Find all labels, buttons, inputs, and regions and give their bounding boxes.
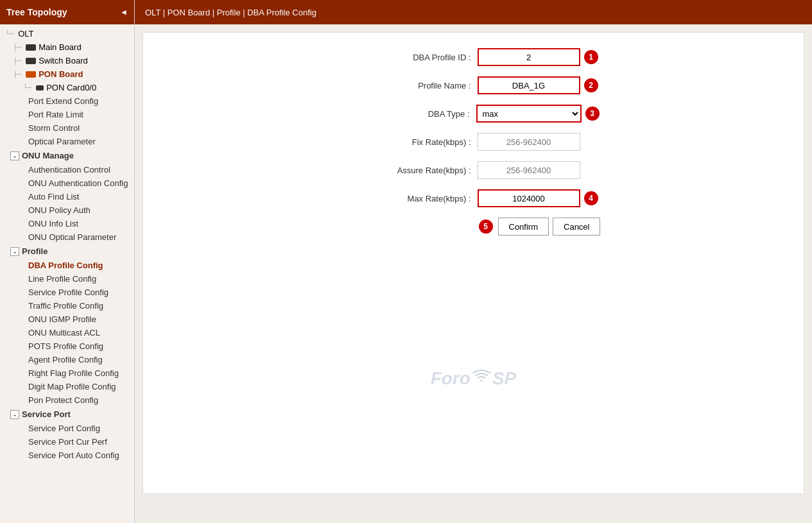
pon-card-label: PON Card0/0 <box>46 83 96 92</box>
onu-policy-label: ONU Policy Auth <box>28 205 91 215</box>
sidebar-section-onu-manage[interactable]: - ONU Manage <box>0 148 134 163</box>
sidebar: Tree Topology ◄ └─ OLT ├─ Main Board ├─ … <box>0 0 135 523</box>
pon-card-icon <box>36 85 44 90</box>
breadcrumb-text: OLT | PON Board | Profile | DBA Profile … <box>145 8 316 17</box>
connector-olt: └─ <box>5 30 14 37</box>
sidebar-item-onu-multicast[interactable]: ONU Multicast ACL <box>0 326 134 339</box>
sidebar-section-service-port[interactable]: - Service Port <box>0 407 134 422</box>
sidebar-item-auth-control[interactable]: Authentication Control <box>0 163 134 176</box>
digit-map-label: Digit Map Profile Config <box>28 382 116 391</box>
sidebar-item-onu-policy[interactable]: ONU Policy Auth <box>0 203 134 217</box>
sidebar-item-pon-protect[interactable]: Pon Protect Config <box>0 393 134 407</box>
dba-profile-label: DBA Profile Config <box>28 261 103 270</box>
service-port-config-label: Service Port Config <box>28 424 100 433</box>
profile-name-label: Profile Name : <box>349 81 478 90</box>
watermark-left: Foro <box>431 368 471 389</box>
sidebar-item-pon-board[interactable]: ├─ PON Board <box>0 67 134 81</box>
form-row-dba-id: DBA Profile ID : 1 <box>159 48 788 66</box>
service-port-toggle[interactable]: - <box>10 410 19 419</box>
sidebar-item-port-extend[interactable]: Port Extend Config <box>0 94 134 108</box>
dba-type-label: DBA Type : <box>348 109 476 119</box>
form-row-assure-rate: Assure Rate(kbps) : <box>159 161 788 179</box>
sidebar-item-traffic-profile[interactable]: Traffic Profile Config <box>0 299 134 313</box>
badge-2: 2 <box>584 78 598 92</box>
sidebar-item-service-port-config[interactable]: Service Port Config <box>0 422 134 435</box>
onu-info-label: ONU Info List <box>28 219 78 228</box>
dba-type-select[interactable]: max fix assure fix+assure fix+max assure… <box>476 105 582 123</box>
badge-1: 1 <box>584 50 598 64</box>
sidebar-item-olt[interactable]: └─ OLT <box>0 27 134 40</box>
sidebar-item-service-port-cur[interactable]: Service Port Cur Perf <box>0 435 134 449</box>
content-area: OLT | PON Board | Profile | DBA Profile … <box>135 0 812 523</box>
sidebar-item-digit-map[interactable]: Digit Map Profile Config <box>0 380 134 393</box>
badge-4: 4 <box>584 191 598 205</box>
sidebar-content: └─ OLT ├─ Main Board ├─ Switch Board ├─ … <box>0 24 134 523</box>
main-board-label: Main Board <box>39 42 81 52</box>
switch-board-label: Switch Board <box>39 56 88 65</box>
connector-switch: ├─ <box>13 57 22 64</box>
sidebar-item-pon-card[interactable]: └─ PON Card0/0 <box>0 81 134 94</box>
fix-rate-input[interactable] <box>478 133 580 151</box>
sidebar-item-main-board[interactable]: ├─ Main Board <box>0 40 134 54</box>
sidebar-title-label: Tree Topology <box>6 7 67 17</box>
sidebar-item-optical-param[interactable]: Optical Parameter <box>0 135 134 148</box>
right-flag-label: Right Flag Profile Config <box>28 368 119 378</box>
sidebar-item-dba-profile[interactable]: DBA Profile Config <box>0 259 134 272</box>
sidebar-item-onu-info[interactable]: ONU Info List <box>0 217 134 230</box>
sidebar-item-onu-optical[interactable]: ONU Optical Parameter <box>0 230 134 244</box>
onu-manage-toggle[interactable]: - <box>10 151 19 160</box>
connector-main: ├─ <box>13 44 22 51</box>
sidebar-collapse-arrow[interactable]: ◄ <box>120 8 128 17</box>
olt-label: OLT <box>18 29 33 39</box>
line-profile-label: Line Profile Config <box>28 274 96 284</box>
main-content: DBA Profile ID : 1 Profile Name : 2 DBA … <box>135 24 812 523</box>
sidebar-item-agent-profile[interactable]: Agent Profile Config <box>0 353 134 366</box>
sidebar-item-port-rate[interactable]: Port Rate Limit <box>0 108 134 121</box>
fix-rate-label: Fix Rate(kbps) : <box>349 137 478 147</box>
form-row-max-rate: Max Rate(kbps) : 4 <box>159 189 788 207</box>
cancel-button[interactable]: Cancel <box>553 218 600 236</box>
sidebar-item-onu-igmp[interactable]: ONU IGMP Profile <box>0 313 134 326</box>
profile-label: Profile <box>22 246 48 256</box>
breadcrumb: OLT | PON Board | Profile | DBA Profile … <box>135 0 812 24</box>
form-buttons-row: 5 Confirm Cancel <box>287 218 788 236</box>
dba-profile-id-label: DBA Profile ID : <box>349 53 478 62</box>
assure-rate-input[interactable] <box>478 161 580 179</box>
profile-name-input[interactable] <box>478 76 580 94</box>
form-row-fix-rate: Fix Rate(kbps) : <box>159 133 788 151</box>
sidebar-item-auto-find[interactable]: Auto Find List <box>0 190 134 203</box>
profile-toggle[interactable]: - <box>10 247 19 256</box>
auto-find-label: Auto Find List <box>28 192 80 201</box>
max-rate-input[interactable] <box>478 189 580 207</box>
main-board-icon <box>26 44 36 51</box>
watermark-wifi-icon <box>472 366 491 391</box>
port-extend-label: Port Extend Config <box>28 96 98 106</box>
assure-rate-label: Assure Rate(kbps) : <box>349 166 478 175</box>
onu-auth-config-label: ONU Authentication Config <box>28 178 128 188</box>
onu-igmp-label: ONU IGMP Profile <box>28 314 96 324</box>
sidebar-item-pots-profile[interactable]: POTS Profile Config <box>0 339 134 353</box>
sidebar-item-switch-board[interactable]: ├─ Switch Board <box>0 54 134 67</box>
sidebar-item-right-flag[interactable]: Right Flag Profile Config <box>0 366 134 380</box>
sidebar-section-profile[interactable]: - Profile <box>0 244 134 259</box>
pon-board-label: PON Board <box>39 69 83 79</box>
connector-pon-card: └─ <box>23 84 32 91</box>
sidebar-item-service-port-auto[interactable]: Service Port Auto Config <box>0 449 134 462</box>
confirm-button[interactable]: Confirm <box>498 218 549 236</box>
port-rate-label: Port Rate Limit <box>28 110 83 119</box>
service-port-auto-label: Service Port Auto Config <box>28 450 119 460</box>
form-row-dba-type: DBA Type : max fix assure fix+assure fix… <box>159 105 788 123</box>
pon-protect-label: Pon Protect Config <box>28 395 98 405</box>
sidebar-item-onu-auth-config[interactable]: ONU Authentication Config <box>0 176 134 190</box>
sidebar-title: Tree Topology ◄ <box>0 0 134 24</box>
sidebar-item-storm-control[interactable]: Storm Control <box>0 121 134 135</box>
max-rate-label: Max Rate(kbps) : <box>349 194 478 203</box>
traffic-profile-label: Traffic Profile Config <box>28 301 103 311</box>
switch-board-icon <box>26 58 36 64</box>
onu-manage-label: ONU Manage <box>22 151 74 160</box>
sidebar-item-line-profile[interactable]: Line Profile Config <box>0 272 134 286</box>
sidebar-item-service-profile[interactable]: Service Profile Config <box>0 286 134 299</box>
service-profile-label: Service Profile Config <box>28 287 108 297</box>
dba-profile-id-input[interactable] <box>478 48 580 66</box>
form-panel: DBA Profile ID : 1 Profile Name : 2 DBA … <box>143 32 804 494</box>
